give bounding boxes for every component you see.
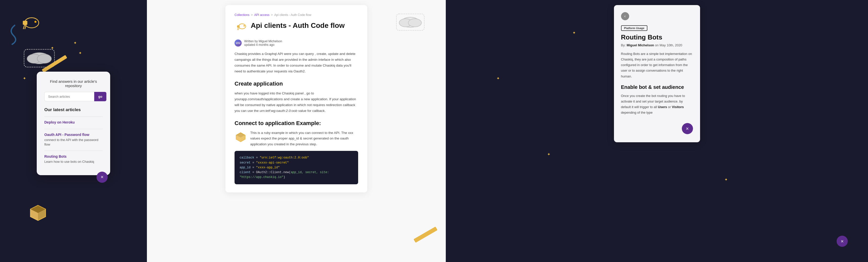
cloud-deco-mid bbox=[395, 13, 426, 33]
star-deco: ✦ bbox=[23, 76, 26, 81]
article-intro: Chaskiq provides a Graphql API were you … bbox=[235, 51, 358, 74]
svg-rect-1 bbox=[23, 21, 27, 25]
star-deco-r2: ✦ bbox=[496, 76, 500, 81]
article-link-2[interactable]: Oauth API - Password flow bbox=[44, 133, 102, 137]
section-or: or bbox=[667, 105, 672, 109]
svg-line-2 bbox=[23, 25, 25, 29]
article-desc-3: Learn how to use bots on Chaskiq bbox=[44, 160, 102, 164]
search-card: Find answers in our article's repository… bbox=[37, 72, 110, 175]
right-section-title: Enable bot & set audience bbox=[621, 84, 693, 90]
article-item-1: Deploy on Heroku bbox=[44, 117, 102, 129]
breadcrumb: Collections > API access > Api clients -… bbox=[235, 13, 358, 17]
visitors-bold: Visitors bbox=[672, 105, 684, 109]
platform-badge: Platform Usage bbox=[621, 25, 648, 31]
article-link-3[interactable]: Routing Bots bbox=[44, 155, 102, 159]
breadcrumb-current: Api clients - Auth Code flow bbox=[274, 13, 311, 17]
search-card-title: Find answers in our article's repository bbox=[44, 79, 102, 88]
star-deco: ✦ bbox=[73, 40, 77, 45]
ruby-box-icon bbox=[235, 131, 247, 144]
svg-line-20 bbox=[238, 28, 239, 30]
svg-point-16 bbox=[408, 19, 422, 27]
ruby-example-row: This is a ruby example in which you can … bbox=[235, 130, 358, 148]
breadcrumb-sep1: > bbox=[251, 13, 253, 17]
panel-middle: Collections > API access > Api clients -… bbox=[147, 0, 446, 262]
star-deco: ✦ bbox=[51, 45, 54, 51]
star-deco: ✦ bbox=[79, 51, 82, 56]
breadcrumb-api-access[interactable]: API access bbox=[254, 13, 270, 17]
article-desc-2: connect to the API with the password flo… bbox=[44, 138, 102, 147]
svg-point-8 bbox=[37, 54, 52, 63]
section2-title: Connect to application Example: bbox=[235, 120, 358, 127]
right-author-name: Miguel Michelson bbox=[627, 43, 654, 47]
breadcrumb-sep2: > bbox=[271, 13, 273, 17]
section1-body: when you have logged into the Chaskiq pa… bbox=[235, 91, 358, 114]
close-button-right[interactable]: × bbox=[682, 123, 693, 134]
right-article-container: ‹ Platform Usage Routing Bots By: Miguel… bbox=[614, 5, 700, 142]
author-name: Written by Miguel Michelson bbox=[244, 39, 282, 43]
right-article-intro: Routing Bots are a simple bot implementa… bbox=[621, 51, 693, 79]
date-prefix: on bbox=[655, 43, 658, 47]
italic-urn: urn:ietf:wg:oauth:2.0:oob bbox=[259, 109, 297, 113]
author-prefix: By: bbox=[621, 43, 626, 47]
article-item-2: Oauth API - Password flow connect to the… bbox=[44, 129, 102, 151]
star-deco-r3: ✦ bbox=[547, 152, 550, 157]
close-button-right-bottom[interactable]: × bbox=[837, 236, 848, 247]
search-row: go bbox=[44, 92, 102, 101]
svg-line-19 bbox=[237, 28, 238, 30]
star-deco-r1: ✦ bbox=[572, 30, 576, 35]
author-updated: updated 4 months ago bbox=[244, 43, 282, 46]
right-article-date: May 10th, 2020 bbox=[659, 43, 682, 47]
search-input[interactable] bbox=[44, 92, 94, 101]
author-info: Written by Miguel Michelson updated 4 mo… bbox=[244, 39, 282, 46]
search-button[interactable]: go bbox=[94, 92, 106, 101]
right-section-body: Once you create the bot routing you have… bbox=[621, 93, 693, 116]
pencil-deco-mid bbox=[413, 227, 438, 243]
code-line-1: callback = "urn:ietf:wg:oauth:2.0:oob" bbox=[240, 156, 353, 160]
code-line-3: app_id = "xxxx-app_id" bbox=[240, 165, 353, 170]
article-header: Api clients - Auth Code flow bbox=[235, 21, 358, 35]
article-item-3: Routing Bots Learn how to use bots on Ch… bbox=[44, 151, 102, 168]
latest-articles-title: Our latest articles bbox=[44, 107, 102, 112]
close-button-left[interactable]: × bbox=[96, 172, 107, 183]
article-container: Collections > API access > Api clients -… bbox=[225, 5, 367, 192]
author-row: MM Written by Miguel Michelson updated 4… bbox=[235, 39, 358, 46]
users-bold: Users bbox=[658, 105, 667, 109]
article-megaphone-icon bbox=[235, 22, 247, 35]
panel-left: ✦ ✦ ✦ ✦ ✦ ✦ Find answers in our article'… bbox=[0, 0, 147, 262]
svg-point-17 bbox=[239, 24, 246, 29]
article-title: Api clients - Auth Code flow bbox=[251, 21, 345, 30]
breadcrumb-collections[interactable]: Collections bbox=[235, 13, 249, 17]
right-author-line: By: Miguel Michelson on May 10th, 2020 bbox=[621, 43, 693, 47]
code-block: callback = "urn:ietf:wg:oauth:2.0:oob" s… bbox=[235, 151, 358, 184]
svg-point-4 bbox=[34, 21, 36, 23]
section1-title: Create application bbox=[235, 80, 358, 87]
code-line-2: secret = "xxxxx-api-secret" bbox=[240, 161, 353, 165]
section-end: depending of the type bbox=[621, 110, 653, 114]
box-deco bbox=[28, 203, 48, 224]
right-article-title: Routing Bots bbox=[621, 33, 693, 41]
swish-deco bbox=[7, 23, 17, 46]
code-line-4: client = OAuth2::Client.new(app_id, secr… bbox=[240, 170, 353, 180]
svg-rect-18 bbox=[237, 25, 240, 28]
star-deco-r5: ✦ bbox=[724, 177, 728, 182]
svg-point-21 bbox=[244, 25, 245, 27]
back-button[interactable]: ‹ bbox=[621, 12, 629, 20]
author-avatar: MM bbox=[235, 39, 242, 46]
panel-right: ✦ ✦ ✦ ✦ ✦ ‹ Platform Usage Routing Bots … bbox=[446, 0, 868, 262]
section2-intro: This is a ruby example in which you can … bbox=[250, 130, 358, 148]
article-link-1[interactable]: Deploy on Heroku bbox=[44, 120, 102, 124]
megaphone-icon bbox=[18, 15, 40, 38]
